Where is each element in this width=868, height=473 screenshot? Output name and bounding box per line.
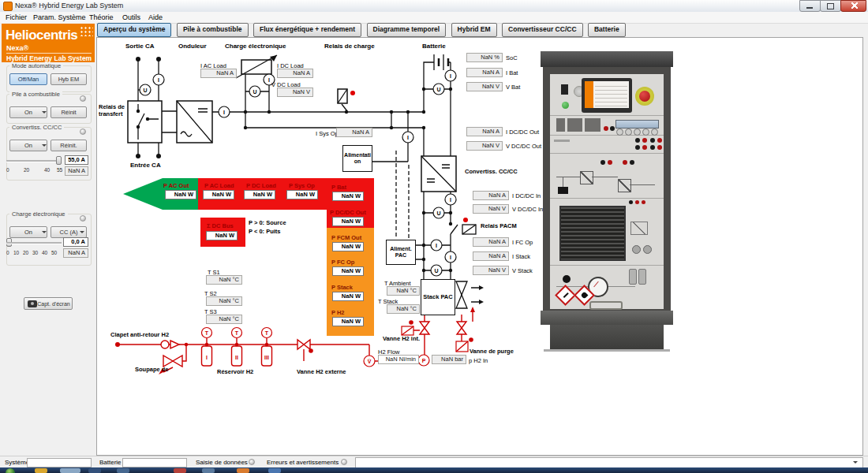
off-man-button[interactable]: Off/Man — [9, 73, 47, 85]
dcdc-setpoint-value: 55,0 A — [65, 155, 88, 165]
brand-logo: Heliocentris — [6, 28, 77, 43]
messages-combo[interactable] — [355, 457, 863, 468]
messages-dropdown-icon — [853, 461, 858, 466]
menu-aide[interactable]: Aide — [148, 13, 163, 21]
start-orb[interactable] — [6, 468, 15, 473]
i-dc-load-value: NaN A — [277, 69, 313, 78]
screenshot-button[interactable]: Capt. d'écran — [24, 297, 73, 310]
menu-theorie[interactable]: Théorie — [89, 13, 114, 21]
taskbar — [0, 467, 868, 473]
menu-param-systeme[interactable]: Param. Système — [33, 13, 86, 21]
taskbar-icon-2[interactable] — [60, 468, 80, 473]
tab-hybrid-em[interactable]: Hybrid EM — [451, 23, 497, 37]
i-dcdc-in-value: NaN A — [473, 191, 509, 200]
stack-pac-box: Stack PAC — [421, 279, 455, 315]
taskbar-icon-7[interactable] — [237, 468, 249, 473]
maximize-button[interactable] — [820, 0, 841, 12]
tab-apercu-du-systeme[interactable]: Aperçu du système — [97, 23, 171, 37]
load-slider-track[interactable] — [6, 242, 62, 244]
svg-text:I: I — [450, 73, 451, 79]
svg-text:U: U — [436, 87, 440, 92]
t-s2-value: NaN °C — [206, 296, 242, 306]
menu-fichier[interactable]: Fichier — [6, 13, 27, 21]
minimize-button[interactable] — [799, 0, 821, 12]
svg-text:I: I — [450, 255, 451, 260]
v-stack-value: NaN V — [473, 266, 509, 275]
p-bat-value: NaN W — [332, 192, 364, 201]
fc-on-dropdown-icon — [42, 111, 47, 116]
v-stack-label: V Stack — [512, 267, 533, 274]
i-dcdc-in-label: I DC/DC In — [512, 192, 541, 199]
load-tick-10: 10 — [13, 250, 19, 255]
label-relais-pacm: Relais PACM — [481, 222, 517, 229]
tab-pile-a-combustible[interactable]: Pile à combustible — [177, 23, 249, 37]
dcdc-tick-40: 40 — [44, 167, 50, 173]
brand-dots-icon — [80, 26, 93, 36]
v-dcdc-in-label: V DC/DC In — [512, 206, 543, 213]
load-tick-30: 30 — [32, 250, 38, 255]
load-mode-dropdown-icon — [80, 231, 84, 236]
h2-flow-value: NaN Nl/min — [378, 355, 419, 364]
p-fc-op-label: P FC Op — [331, 259, 354, 266]
p-h2-in-label: p H2 In — [469, 357, 488, 364]
green-power-button — [562, 102, 569, 109]
label-vanne-h2-int: Vanne H2 int. — [383, 335, 420, 342]
i-stack-value: NaN A — [473, 251, 509, 261]
p-sys-op-label: P Sys Op — [289, 182, 315, 189]
svg-text:U: U — [436, 210, 440, 216]
soc-value: NaN % — [466, 53, 503, 62]
taskbar-icon-3[interactable] — [88, 468, 101, 473]
fc-reset-button[interactable]: Réinit — [51, 106, 87, 118]
load-tick-0: 0 — [6, 250, 9, 255]
label-sortie-ca: Sortie CA — [125, 43, 154, 50]
fc-status-led — [80, 95, 86, 102]
label-batterie: Batterie — [422, 43, 446, 50]
tab-bar: Aperçu du système Pile à combustible Flu… — [97, 23, 868, 37]
application-window: { "window": { "title": "Nexa® Hybrid Ene… — [0, 0, 868, 473]
tab-convertisseur-cc-cc[interactable]: Convertisseur CC/CC — [502, 23, 582, 37]
status-system-label: Système — [5, 459, 29, 466]
taskbar-icon-5[interactable] — [174, 468, 186, 473]
close-button[interactable] — [840, 0, 866, 12]
load-tick-40: 40 — [42, 250, 47, 255]
dcdc-slider-handle[interactable] — [56, 156, 62, 165]
taskbar-icon-8[interactable] — [268, 468, 281, 473]
svg-text:U: U — [253, 89, 256, 95]
label-relais-de-charge: Relais de charge — [324, 43, 375, 50]
p-fc-op-value: NaN W — [332, 266, 364, 276]
label-vanne-h2-externe: Vanne H2 externe — [297, 368, 346, 375]
svg-text:III: III — [264, 355, 269, 360]
t-ambient-value: NaN °C — [387, 286, 420, 296]
menu-bar: Fichier Param. Système Théorie Outils Ai… — [0, 12, 868, 24]
note-sink: P < 0: Puits — [249, 228, 281, 235]
taskbar-icon-4[interactable] — [117, 468, 129, 473]
dcdc-reset-button[interactable]: Réinit. — [51, 140, 87, 151]
tab-diagramme-temporel[interactable]: Diagramme temporel — [367, 23, 447, 37]
group-load-title: Charge électronique — [9, 210, 68, 218]
t-stack-value: NaN °C — [387, 304, 420, 314]
hyb-em-button[interactable]: Hyb EM — [51, 73, 87, 85]
i-sys-op-value: NaN A — [336, 128, 372, 137]
load-on-dropdown-icon — [42, 231, 47, 236]
svg-text:II: II — [235, 355, 238, 360]
menu-outils[interactable]: Outils — [122, 13, 140, 21]
tab-flux-energetique-rendement[interactable]: Flux énergétique + rendement — [253, 23, 361, 37]
taskbar-icon-1[interactable] — [35, 468, 47, 473]
tab-batterie[interactable]: Batterie — [588, 23, 626, 37]
i-ac-load-value: NaN A — [200, 69, 237, 78]
p-fcm-out-value: NaN W — [332, 242, 364, 251]
svg-text:T: T — [235, 330, 239, 336]
brand-header: Heliocentris Nexa® Hybrid Energy Lab Sys… — [2, 24, 95, 62]
dcdc-tick-0: 0 — [6, 167, 9, 173]
taskbar-icon-6[interactable] — [202, 468, 215, 473]
svg-text:T: T — [265, 330, 269, 336]
svg-text:V̇: V̇ — [368, 359, 372, 364]
dcdc-slider-track[interactable] — [6, 160, 62, 162]
dcdc-on-dropdown-icon — [42, 144, 47, 149]
app-icon — [3, 2, 13, 11]
p-sys-op-value: NaN W — [286, 190, 318, 199]
aliment-pac-box: Aliment. PAC — [386, 240, 416, 265]
v-dcdc-out-value: NaN V — [466, 141, 503, 151]
label-soupape: Soupape de — [135, 366, 169, 373]
errors-led — [341, 459, 347, 465]
